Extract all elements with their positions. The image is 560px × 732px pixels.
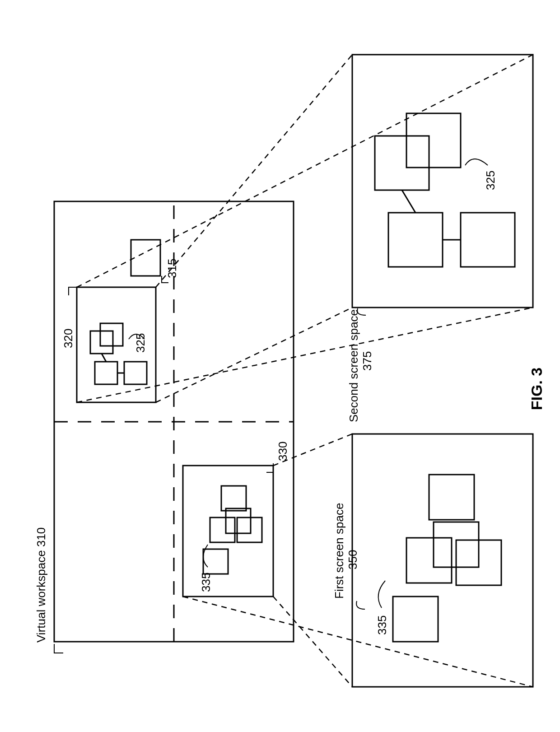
group-335b xyxy=(393,475,501,642)
virtual-workspace-lead xyxy=(54,644,63,653)
svg-rect-5 xyxy=(95,362,117,384)
first-screen-label: First screen space xyxy=(332,503,346,599)
ref-320: 320 xyxy=(61,329,75,348)
svg-line-7 xyxy=(102,354,106,362)
ref-320-lead xyxy=(69,287,77,295)
first-screen-space-box xyxy=(352,434,533,687)
ref-335b: 335 xyxy=(375,615,389,635)
second-screen-label: Second screen space xyxy=(347,309,360,422)
svg-rect-16 xyxy=(388,213,443,267)
svg-rect-20 xyxy=(461,213,515,267)
svg-rect-9 xyxy=(124,362,147,384)
svg-rect-11 xyxy=(393,597,438,642)
svg-rect-0 xyxy=(203,549,228,574)
svg-rect-3 xyxy=(237,518,262,542)
proj-2-tr xyxy=(156,55,352,287)
svg-rect-19 xyxy=(406,113,461,168)
ref-325b: 325 xyxy=(484,171,497,190)
proj-2-tl xyxy=(156,308,352,402)
ref-330: 330 xyxy=(276,442,289,461)
svg-rect-2 xyxy=(226,508,251,533)
svg-rect-1 xyxy=(210,518,235,542)
second-screen-space-box xyxy=(352,55,533,308)
figure-label: FIG. 3 xyxy=(528,368,545,410)
ref-335b-lead xyxy=(378,581,385,608)
first-screen-lead xyxy=(356,601,365,609)
svg-rect-4 xyxy=(221,486,246,511)
virtual-workspace-label: Virtual workspace 310 xyxy=(34,527,48,643)
proj-2-bl xyxy=(77,308,533,402)
proj-2-br xyxy=(77,55,533,287)
ref-325b-lead xyxy=(465,159,488,165)
group-325a xyxy=(90,323,147,384)
ref-330-lead xyxy=(266,463,273,472)
svg-rect-17 xyxy=(375,136,429,190)
ref-335a: 335 xyxy=(199,573,213,592)
svg-rect-6 xyxy=(90,331,113,354)
svg-rect-12 xyxy=(406,538,452,583)
box-315 xyxy=(131,240,160,276)
svg-rect-8 xyxy=(100,323,123,346)
svg-rect-15 xyxy=(429,475,474,520)
svg-line-18 xyxy=(402,190,415,213)
second-screen-num: 375 xyxy=(360,351,374,371)
group-335a xyxy=(203,486,262,574)
first-screen-num: 350 xyxy=(346,550,359,569)
